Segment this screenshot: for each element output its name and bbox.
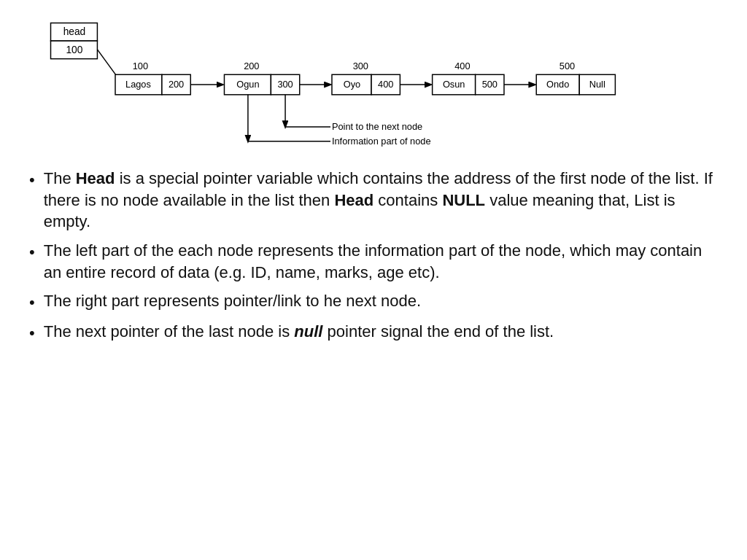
svg-text:Point to the next node: Point to the next node: [332, 121, 422, 132]
svg-text:200: 200: [169, 79, 184, 90]
bullet-item-3: • The right part represents pointer/link…: [29, 290, 718, 314]
linked-list-diagram: head 100 100 Lagos 200 200 Ogun 300 300 …: [29, 15, 718, 160]
bullet-dot-3: •: [29, 292, 35, 314]
svg-text:300: 300: [353, 61, 368, 71]
bullet-dot-2: •: [29, 241, 35, 263]
bullet-text-3: The right part represents pointer/link t…: [44, 290, 718, 312]
bullet-text-4: The next pointer of the last node is nul…: [44, 321, 718, 343]
svg-text:Lagos: Lagos: [125, 79, 151, 90]
svg-text:200: 200: [244, 61, 259, 71]
svg-text:Information part of node: Information part of node: [332, 136, 431, 147]
bullet-text-2: The left part of the each node represent…: [44, 240, 718, 283]
svg-text:Osun: Osun: [443, 79, 465, 90]
svg-text:Ogun: Ogun: [236, 79, 259, 90]
svg-text:100: 100: [66, 44, 82, 55]
bullet-dot-1: •: [29, 169, 35, 191]
svg-text:Ondo: Ondo: [546, 79, 569, 90]
svg-text:100: 100: [133, 61, 148, 71]
bullet-item-4: • The next pointer of the last node is n…: [29, 321, 718, 344]
svg-text:Oyo: Oyo: [344, 79, 360, 90]
svg-text:300: 300: [277, 79, 293, 90]
svg-text:Null: Null: [589, 79, 605, 90]
svg-text:400: 400: [454, 61, 470, 71]
bullet-text-1: The Head is a special pointer variable w…: [44, 168, 718, 233]
bullet-list: • The Head is a special pointer variable…: [29, 168, 718, 344]
bullet-item-2: • The left part of the each node represe…: [29, 240, 718, 283]
svg-text:500: 500: [482, 79, 498, 90]
svg-text:400: 400: [378, 79, 393, 90]
svg-text:500: 500: [560, 61, 575, 71]
bullet-dot-4: •: [29, 322, 35, 344]
bullet-item-1: • The Head is a special pointer variable…: [29, 168, 718, 233]
svg-text:head: head: [63, 26, 86, 37]
